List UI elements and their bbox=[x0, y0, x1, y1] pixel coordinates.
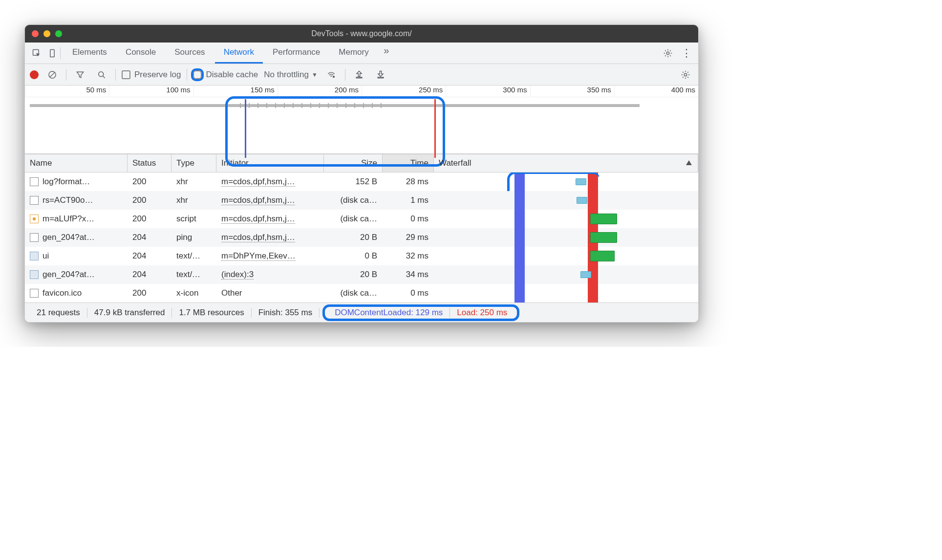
device-toggle-icon[interactable] bbox=[44, 45, 60, 61]
clear-icon[interactable] bbox=[44, 67, 60, 83]
cell-initiator[interactable]: m=cdos,dpf,hsm,j… bbox=[216, 214, 324, 224]
svg-point-8 bbox=[684, 73, 686, 76]
throttling-value: No throttling bbox=[264, 70, 309, 80]
disable-cache-toggle[interactable]: Disable cache bbox=[193, 70, 258, 80]
cell-status: 204 bbox=[128, 233, 171, 242]
request-table: log?format…200xhrm=cdos,dpf,hsm,j…152 B2… bbox=[25, 172, 698, 302]
cell-type: text/… bbox=[171, 270, 216, 280]
record-button[interactable] bbox=[30, 70, 39, 79]
tab-performance[interactable]: Performance bbox=[264, 43, 329, 64]
svg-rect-6 bbox=[356, 77, 362, 78]
panel-settings-icon[interactable] bbox=[678, 67, 693, 83]
status-finish: Finish: 355 ms bbox=[252, 308, 320, 318]
cell-size: (disk ca… bbox=[324, 195, 383, 205]
checkbox-icon[interactable] bbox=[122, 70, 130, 79]
status-resources: 1.7 MB resources bbox=[172, 308, 251, 318]
svg-rect-1 bbox=[50, 49, 54, 57]
status-transferred: 47.9 kB transferred bbox=[87, 308, 172, 318]
table-row[interactable]: gen_204?at…204text/…(index):320 B34 ms bbox=[25, 265, 698, 284]
settings-icon[interactable] bbox=[660, 45, 676, 61]
cell-initiator[interactable]: m=cdos,dpf,hsm,j… bbox=[216, 177, 324, 187]
tab-console[interactable]: Console bbox=[117, 43, 165, 64]
cell-type: script bbox=[171, 214, 216, 224]
request-name: gen_204?at… bbox=[43, 270, 95, 280]
chevron-down-icon: ▼ bbox=[312, 71, 318, 78]
panel-tabs: Elements Console Sources Network Perform… bbox=[64, 43, 660, 64]
cell-status: 200 bbox=[128, 195, 171, 205]
search-icon[interactable] bbox=[94, 67, 109, 83]
table-row[interactable]: ui204text/…m=DhPYme,Ekev…0 B32 ms bbox=[25, 247, 698, 265]
cell-type: x-icon bbox=[171, 288, 216, 298]
cell-waterfall bbox=[434, 284, 698, 302]
cell-waterfall bbox=[434, 228, 698, 247]
overview-body[interactable] bbox=[25, 97, 698, 154]
filetype-icon bbox=[30, 196, 39, 205]
titlebar: DevTools - www.google.com/ bbox=[25, 25, 698, 43]
cell-initiator[interactable]: Other bbox=[216, 288, 324, 298]
cell-size: 152 B bbox=[324, 177, 383, 187]
table-row[interactable]: favicon.ico200x-iconOther(disk ca…0 ms bbox=[25, 284, 698, 302]
request-name: favicon.ico bbox=[43, 288, 82, 298]
filetype-icon bbox=[30, 215, 39, 223]
cell-size: 20 B bbox=[324, 233, 383, 242]
filetype-icon bbox=[30, 177, 39, 186]
more-tabs-icon[interactable]: » bbox=[379, 43, 394, 58]
cell-type: xhr bbox=[171, 195, 216, 205]
cell-initiator[interactable]: m=DhPYme,Ekev… bbox=[216, 251, 324, 261]
request-name: ui bbox=[43, 251, 49, 261]
cell-size: 20 B bbox=[324, 270, 383, 280]
request-name: m=aLUfP?x… bbox=[43, 214, 94, 224]
header-status[interactable]: Status bbox=[128, 154, 171, 172]
throttling-select[interactable]: No throttling ▼ bbox=[264, 70, 318, 80]
download-icon[interactable] bbox=[373, 67, 388, 83]
annotation-highlight bbox=[225, 96, 445, 167]
filter-icon[interactable] bbox=[72, 67, 88, 83]
cell-time: 29 ms bbox=[383, 233, 434, 242]
header-name[interactable]: Name bbox=[25, 154, 128, 172]
status-bar: 21 requests 47.9 kB transferred 1.7 MB r… bbox=[25, 302, 698, 322]
disable-cache-label: Disable cache bbox=[206, 70, 258, 80]
network-conditions-icon[interactable] bbox=[323, 67, 339, 83]
cell-status: 200 bbox=[128, 177, 171, 187]
cell-time: 32 ms bbox=[383, 251, 434, 261]
tab-network[interactable]: Network bbox=[215, 43, 263, 64]
cell-waterfall bbox=[434, 265, 698, 284]
checkbox-icon[interactable] bbox=[193, 70, 202, 79]
cell-waterfall bbox=[434, 247, 698, 265]
header-waterfall[interactable]: Waterfall bbox=[434, 154, 698, 172]
time-ruler: 50 ms 100 ms 150 ms 200 ms 250 ms 300 ms… bbox=[25, 86, 698, 97]
table-row[interactable]: m=aLUfP?x…200scriptm=cdos,dpf,hsm,j…(dis… bbox=[25, 210, 698, 228]
cell-size: 0 B bbox=[324, 251, 383, 261]
network-toolbar: Preserve log Disable cache No throttling… bbox=[25, 64, 698, 86]
table-row[interactable]: log?format…200xhrm=cdos,dpf,hsm,j…152 B2… bbox=[25, 172, 698, 191]
cell-time: 0 ms bbox=[383, 214, 434, 224]
header-type[interactable]: Type bbox=[171, 154, 216, 172]
cell-type: xhr bbox=[171, 177, 216, 187]
preserve-log-label: Preserve log bbox=[134, 70, 181, 80]
cell-time: 34 ms bbox=[383, 270, 434, 280]
tab-elements[interactable]: Elements bbox=[64, 43, 116, 64]
table-row[interactable]: gen_204?at…204pingm=cdos,dpf,hsm,j…20 B2… bbox=[25, 228, 698, 247]
cell-waterfall bbox=[434, 210, 698, 228]
preserve-log-toggle[interactable]: Preserve log bbox=[122, 70, 181, 80]
upload-icon[interactable] bbox=[351, 67, 367, 83]
inspect-icon[interactable] bbox=[29, 45, 44, 61]
sort-asc-icon bbox=[686, 160, 692, 165]
devtools-window: DevTools - www.google.com/ Elements Cons… bbox=[24, 24, 699, 323]
cell-waterfall bbox=[434, 172, 698, 191]
divider bbox=[60, 47, 61, 59]
cell-size: (disk ca… bbox=[324, 288, 383, 298]
cell-initiator[interactable]: m=cdos,dpf,hsm,j… bbox=[216, 233, 324, 242]
tab-memory[interactable]: Memory bbox=[330, 43, 377, 64]
kebab-menu-icon[interactable]: ⋮ bbox=[679, 45, 694, 61]
cell-initiator[interactable]: m=cdos,dpf,hsm,j… bbox=[216, 195, 324, 205]
annotation-highlight bbox=[507, 172, 600, 191]
table-row[interactable]: rs=ACT90o…200xhrm=cdos,dpf,hsm,j…(disk c… bbox=[25, 191, 698, 210]
cell-initiator[interactable]: (index):3 bbox=[216, 270, 324, 280]
tab-sources[interactable]: Sources bbox=[166, 43, 214, 64]
svg-point-2 bbox=[666, 52, 669, 54]
svg-point-4 bbox=[99, 71, 104, 76]
window-title: DevTools - www.google.com/ bbox=[25, 29, 698, 38]
timeline-overview[interactable]: 50 ms 100 ms 150 ms 200 ms 250 ms 300 ms… bbox=[25, 86, 698, 154]
cell-size: (disk ca… bbox=[324, 214, 383, 224]
